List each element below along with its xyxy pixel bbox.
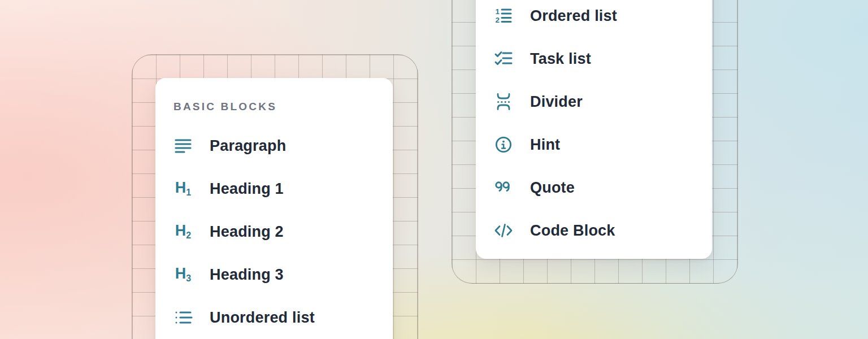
quote-icon: [493, 177, 514, 198]
menu-item-ordered-list[interactable]: 1 2 Ordered list: [476, 0, 712, 37]
paragraph-icon: [172, 135, 194, 157]
svg-text:1: 1: [496, 7, 500, 16]
more-blocks-menu-list: 1 2 Ordered list Task list Divider Hint …: [476, 0, 712, 252]
menu-item-label: Hint: [530, 136, 560, 154]
menu-item-label: Code Block: [530, 222, 615, 240]
menu-item-paragraph[interactable]: Paragraph: [155, 124, 393, 167]
basic-blocks-menu-list: ParagraphH1Heading 1H2Heading 2H3Heading…: [155, 124, 393, 339]
heading-3-icon: H3: [172, 264, 194, 285]
basic-blocks-menu-card: BASIC BLOCKS ParagraphH1Heading 1H2Headi…: [155, 78, 393, 339]
menu-item-label: Quote: [530, 179, 575, 197]
code-block-icon: [493, 220, 514, 241]
menu-item-heading-3[interactable]: H3Heading 3: [155, 253, 393, 296]
task-list-icon: [493, 48, 514, 69]
svg-text:2: 2: [496, 16, 500, 24]
menu-item-label: Heading 2: [210, 223, 284, 241]
more-blocks-menu-card: 1 2 Ordered list Task list Divider Hint …: [476, 0, 712, 259]
menu-item-label: Task list: [530, 50, 591, 68]
menu-item-heading-2[interactable]: H2Heading 2: [155, 210, 393, 253]
menu-item-label: Unordered list: [210, 309, 315, 327]
menu-item-label: Divider: [530, 93, 583, 111]
menu-item-heading-1[interactable]: H1Heading 1: [155, 167, 393, 210]
heading-1-icon: H1: [172, 178, 194, 199]
basic-blocks-section-title: BASIC BLOCKS: [173, 101, 393, 113]
hint-icon: [493, 134, 514, 155]
menu-item-label: Ordered list: [530, 7, 617, 25]
menu-item-hint[interactable]: Hint: [476, 123, 712, 166]
menu-item-unordered-list[interactable]: Unordered list: [155, 296, 393, 339]
menu-item-label: Heading 1: [210, 180, 284, 198]
heading-2-icon: H2: [172, 221, 194, 242]
menu-item-label: Heading 3: [210, 266, 284, 284]
ordered-list-icon: 1 2: [493, 5, 514, 27]
menu-item-divider[interactable]: Divider: [476, 80, 712, 123]
unordered-list-icon: [172, 307, 194, 328]
divider-icon: [493, 91, 514, 112]
menu-item-quote[interactable]: Quote: [476, 166, 712, 209]
menu-item-task-list[interactable]: Task list: [476, 37, 712, 80]
menu-item-code-block[interactable]: Code Block: [476, 209, 712, 252]
menu-item-label: Paragraph: [210, 137, 286, 155]
block-menu-illustration: BASIC BLOCKS ParagraphH1Heading 1H2Headi…: [0, 0, 868, 339]
